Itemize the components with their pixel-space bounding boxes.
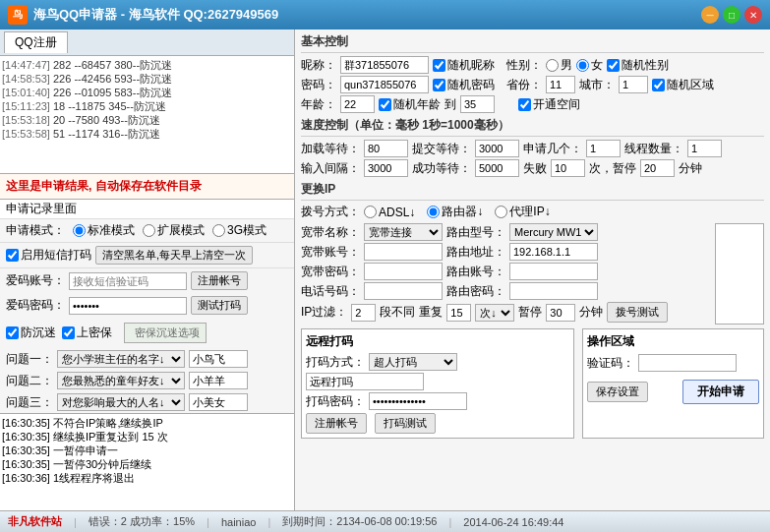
save-settings-button[interactable]: 保存设置	[587, 382, 648, 402]
register-account-button[interactable]: 注册帐号	[191, 271, 248, 290]
dial-router-radio[interactable]: 路由器↓	[427, 204, 483, 220]
remote-register-button[interactable]: 注册帐号	[306, 413, 367, 434]
blog-line: [16:30:35] 不符合IP策略,继续换IP	[2, 416, 292, 430]
router-addr-input[interactable]	[509, 243, 598, 261]
record-label: 申请记录里面	[0, 200, 294, 219]
clear-blacklist-button[interactable]: 清空黑名单,每天早上清空一次	[95, 246, 253, 265]
province-input[interactable]	[546, 76, 575, 93]
remote-name-input[interactable]	[306, 373, 424, 390]
router-type-label: 路由型号：	[446, 224, 505, 241]
ip-left-form: 宽带名称： 宽带连接 路由型号： Mercury MW1 宽带账号： 路由地址：	[301, 223, 707, 325]
main-content: QQ注册 [14:47:47] 282 --68457 380--防沉迷 [14…	[0, 30, 770, 510]
log-scroll[interactable]: [14:47:47] 282 --68457 380--防沉迷 [14:58:5…	[2, 58, 292, 171]
close-button[interactable]: ✕	[744, 6, 762, 24]
gender-male-radio[interactable]: 男	[546, 57, 572, 74]
router-account-input[interactable]	[509, 263, 598, 280]
dial-mode-row: 打码方式： 超人打码	[306, 353, 569, 371]
speed-control-title: 速度控制（单位：毫秒 1秒=1000毫秒）	[301, 117, 764, 137]
broadband-label: 宽带名称：	[301, 224, 360, 241]
anti-sink-checkbox[interactable]: 防沉迷	[6, 325, 56, 341]
apply-count-input[interactable]	[586, 140, 621, 157]
window-controls: ─ □ ✕	[701, 6, 762, 24]
pwd-label: 密码：	[301, 77, 336, 93]
hide-checkbox[interactable]: 上密保	[62, 325, 112, 341]
ip-log-area	[715, 223, 764, 325]
router-pwd-input[interactable]	[509, 282, 598, 300]
remote-pwd-input[interactable]	[369, 392, 467, 410]
title-bar: 鸟 海鸟QQ申请器 - 海鸟软件 QQ:2627949569 ─ □ ✕	[0, 0, 770, 30]
remote-dial-title: 远程打码	[306, 333, 569, 350]
success-wait-input[interactable]	[475, 159, 519, 177]
ip-filter-input[interactable]	[351, 304, 376, 322]
city-input[interactable]	[619, 76, 648, 93]
broadband-account-label: 宽带账号：	[301, 244, 360, 261]
dial-adsl-radio[interactable]: ADSL↓	[364, 206, 415, 219]
speed-row-2: 输入间隔： 成功等待： 失败 次，暂停 分钟	[301, 159, 764, 177]
test-code-button[interactable]: 测试打码	[191, 296, 248, 315]
age-max-input[interactable]	[460, 95, 495, 113]
random-area-checkbox[interactable]: 随机区域	[652, 77, 714, 93]
password-basic-input[interactable]	[340, 76, 429, 93]
next-select[interactable]: 次↓	[475, 304, 514, 322]
mode-3g[interactable]: 3G模式	[212, 222, 267, 239]
log-line: [15:53:58] 51 --1174 316--防沉迷	[2, 127, 292, 141]
answer-3-input[interactable]	[189, 393, 248, 411]
fail-input[interactable]	[551, 159, 585, 177]
broadband-account-input[interactable]	[364, 243, 443, 261]
basic-control-section: 基本控制 昵称： 随机昵称 性别： 男 女 随机性别	[301, 33, 764, 113]
question-1-select[interactable]: 您小学班主任的名字↓	[57, 350, 185, 368]
pause-input[interactable]	[640, 159, 675, 177]
thread-count-input[interactable]	[687, 140, 722, 157]
question-3-select[interactable]: 对您影响最大的人名↓	[57, 393, 185, 411]
broadband-pwd-input[interactable]	[364, 263, 443, 280]
mode-standard[interactable]: 标准模式	[73, 222, 135, 239]
random-nick-checkbox[interactable]: 随机昵称	[433, 57, 495, 74]
expire-time: 到期时间：2134-06-08 00:19:56	[282, 514, 437, 529]
speed-control-section: 速度控制（单位：毫秒 1秒=1000毫秒） 加载等待： 提交等待： 申请几个： …	[301, 117, 764, 177]
age-label: 年龄：	[301, 96, 336, 113]
blog-line: [16:30:35] 一暂停30分钟后继续	[2, 457, 292, 471]
phone-input[interactable]	[364, 282, 443, 300]
status-bar: 非凡软件站 | 错误：2 成功率：15% | hainiao | 到期时间：21…	[0, 510, 770, 532]
start-apply-button[interactable]: 开始申请	[682, 380, 759, 404]
answer-2-input[interactable]	[189, 372, 248, 389]
change-ip-title: 更换IP	[301, 181, 764, 201]
load-wait-input[interactable]	[364, 140, 408, 157]
submit-wait-input[interactable]	[475, 140, 519, 157]
question-2-select[interactable]: 您最熟悉的童年好友↓	[57, 372, 185, 389]
router-type-select[interactable]: Mercury MW1	[509, 223, 598, 241]
age-input[interactable]	[340, 95, 375, 113]
nickname-input[interactable]	[340, 56, 429, 74]
pause-ip-input[interactable]	[546, 304, 575, 322]
mode-extended[interactable]: 扩展模式	[143, 222, 205, 239]
account-input[interactable]	[69, 272, 187, 290]
maximize-button[interactable]: □	[723, 6, 740, 24]
random-gender-checkbox[interactable]: 随机性别	[607, 57, 669, 74]
retry-input[interactable]	[446, 304, 471, 322]
log-line: [14:47:47] 282 --68457 380--防沉迷	[2, 58, 292, 72]
mode-row: 申请模式： 标准模式 扩展模式 3G模式	[0, 219, 294, 243]
remote-label-row	[306, 373, 569, 390]
open-space-checkbox[interactable]: 开通空间	[518, 96, 580, 113]
remote-test-button[interactable]: 打码测试	[375, 413, 436, 434]
password-row: 爱码密码： 测试打码	[0, 293, 294, 318]
bottom-log-scroll[interactable]: [16:30:35] 不符合IP策略,继续换IP [16:30:35] 继续换I…	[2, 416, 292, 508]
blog-line: [16:30:35] 继续换IP重复达到 15 次	[2, 430, 292, 443]
aimcode-pwd-input[interactable]	[69, 297, 187, 315]
tab-qq-register[interactable]: QQ注册	[4, 31, 68, 53]
enable-sms-checkbox[interactable]: 启用短信打码	[6, 247, 91, 264]
input-interval-input[interactable]	[364, 159, 408, 177]
random-age-checkbox[interactable]: 随机年龄	[379, 96, 441, 113]
nickname-label: 昵称：	[301, 57, 336, 74]
question-row-1: 问题一： 您小学班主任的名字↓	[0, 348, 294, 370]
answer-1-input[interactable]	[189, 350, 248, 368]
remote-mode-select[interactable]: 超人打码	[369, 353, 457, 371]
captcha-input[interactable]	[638, 354, 737, 372]
gender-female-radio[interactable]: 女	[576, 57, 603, 74]
random-pwd-checkbox[interactable]: 随机密码	[433, 77, 495, 93]
minimize-button[interactable]: ─	[701, 6, 719, 24]
broadband-select[interactable]: 宽带连接	[364, 223, 443, 241]
dial-test-button[interactable]: 拨号测试	[607, 302, 668, 323]
captcha-label: 验证码：	[587, 355, 634, 372]
dial-proxy-radio[interactable]: 代理IP↓	[495, 204, 550, 220]
